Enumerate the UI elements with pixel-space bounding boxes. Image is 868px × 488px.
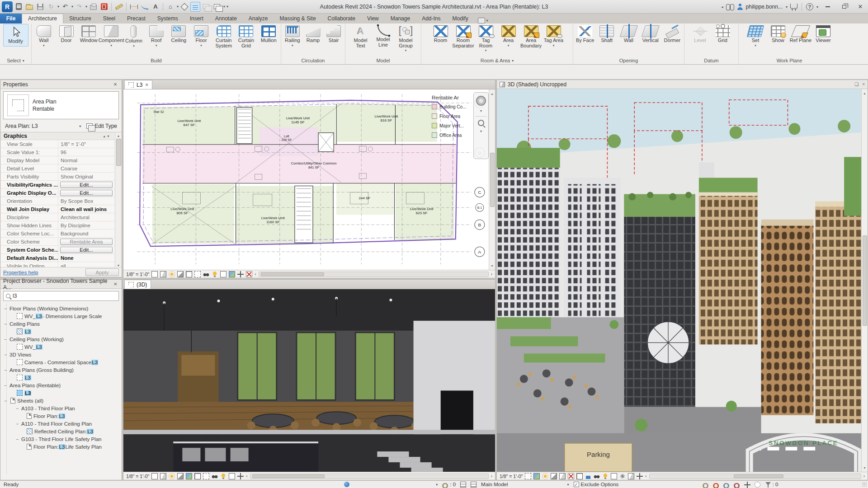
collapse-bar-icon[interactable]: ‹ [246, 474, 247, 479]
visibility-graphics-edit-button[interactable]: Edit... [60, 182, 113, 188]
curtain-grid-button[interactable]: Curtain Grid [235, 24, 258, 48]
shadows-icon[interactable] [551, 473, 557, 479]
properties-scrollbar[interactable]: ▲▼ [115, 132, 122, 268]
show-crop-region-icon[interactable] [576, 473, 583, 479]
tree-item[interactable]: Reflected Ceiling Plan: L3 [0, 427, 122, 435]
temporary-view-properties-icon[interactable] [229, 473, 235, 479]
scale-label[interactable]: 1/8" = 1'-0" [126, 272, 149, 277]
app-store-cart-icon[interactable] [790, 4, 797, 9]
displacement-icon[interactable] [237, 271, 244, 277]
section-icon[interactable] [179, 2, 189, 12]
type-selector[interactable]: Area PlanRentable [3, 91, 119, 119]
tree-item-active-view[interactable]: L3 [0, 389, 122, 397]
zoom-icon[interactable] [478, 120, 484, 126]
detail-level-icon[interactable] [525, 473, 531, 479]
column-button[interactable]: Column▾ [123, 24, 145, 47]
ref-plane-button[interactable]: Ref Plane [789, 24, 812, 43]
shaft-opening-button[interactable]: Shaft [596, 24, 618, 43]
help-caret-icon[interactable]: ▾ [816, 5, 818, 9]
wheel-caret-icon[interactable]: ▾ [480, 109, 482, 113]
reveal-constraints-icon[interactable] [246, 271, 252, 277]
tag-area-button[interactable]: Tag Area▾ [542, 24, 565, 47]
rendering-dialog-icon[interactable] [186, 473, 192, 479]
sun-path-icon[interactable] [542, 473, 548, 479]
collapse-bar-icon[interactable]: ‹ [255, 272, 256, 277]
detail-level-icon[interactable] [151, 271, 158, 277]
tab-add-ins[interactable]: Add-Ins [416, 14, 446, 23]
apply-button[interactable]: Apply [85, 268, 119, 276]
color-scheme-legend[interactable]: Rentable Ar Building Co... Floor Area Ma… [432, 95, 473, 142]
model-text-button[interactable]: Model Text [349, 24, 372, 48]
editable-worksets-status[interactable]: : 0 [442, 482, 456, 488]
temporary-view-properties-icon[interactable] [220, 271, 226, 277]
search-icon[interactable] [726, 4, 734, 9]
exclude-options-checkbox[interactable]: ✓Exclude Options [574, 482, 619, 487]
selection-box-toggle[interactable] [755, 482, 760, 488]
print-icon[interactable] [88, 2, 98, 12]
tag-by-category-icon[interactable] [140, 2, 150, 12]
tree-item[interactable]: −Ceiling Plans (Working) [0, 335, 122, 343]
graphic-display-edit-button[interactable]: Edit... [60, 190, 113, 196]
displacement-icon[interactable] [237, 473, 244, 479]
crop-view-icon[interactable] [194, 473, 201, 479]
plan-vertical-scrollbar[interactable]: ▲▼ [489, 89, 495, 270]
interior-viewport[interactable] [123, 289, 495, 472]
editable-only-toggle[interactable] [703, 482, 708, 488]
crop-view-icon[interactable] [568, 473, 574, 479]
exterior-viewport[interactable]: Parking SNOWDON PLACE ▲▼ [497, 89, 868, 472]
wall-opening-button[interactable]: Wall [618, 24, 639, 43]
tab-modify[interactable]: Modify [447, 14, 474, 23]
edit-type-button[interactable]: Edit Type [85, 122, 119, 131]
crop-view-icon[interactable] [186, 271, 192, 277]
close-view-icon[interactable]: × [862, 82, 865, 87]
properties-help-link[interactable]: Properties help [3, 270, 38, 275]
browser-search-box[interactable] [3, 291, 119, 301]
tab-architecture[interactable]: Architecture [22, 14, 63, 23]
signed-in-user[interactable]: philippe.bonn... [746, 4, 783, 10]
unlock-view-icon[interactable] [585, 473, 591, 479]
tab-annotate[interactable]: Annotate [209, 14, 243, 23]
close-button[interactable]: × [854, 1, 867, 13]
tree-item[interactable]: −Sheets (all) [0, 397, 122, 404]
stair-button[interactable]: Stair [323, 24, 344, 43]
user-menu-caret-icon[interactable]: ▾ [786, 5, 788, 9]
tab-view[interactable]: View [361, 14, 385, 23]
text-icon[interactable]: A [151, 2, 160, 12]
undo-caret-icon[interactable]: ▾ [71, 5, 73, 9]
browser-search-input[interactable] [13, 293, 116, 299]
window-button[interactable]: Window [77, 24, 100, 43]
active-workset[interactable]: Main Model [481, 482, 508, 487]
reveal-hidden-elements-icon[interactable] [212, 271, 218, 277]
reveal-constraints-icon[interactable] [637, 473, 643, 479]
scroll-right-icon[interactable]: › [491, 272, 492, 277]
revit-logo[interactable]: R [2, 1, 13, 12]
select-links-toggle[interactable] [713, 482, 719, 488]
area-button[interactable]: Area▾ [497, 24, 520, 47]
reveal-hidden-elements-icon[interactable] [220, 473, 226, 479]
tag-room-button[interactable]: Tag Room▾ [475, 24, 497, 52]
file-icon[interactable] [14, 2, 24, 12]
selection-filter[interactable]: : 0 [765, 482, 778, 488]
viewer-button[interactable]: Viewer [812, 24, 835, 43]
panel-label-room-area[interactable]: Room & Area▾ [421, 57, 573, 64]
interior-horizontal-scrollbar[interactable] [250, 474, 489, 479]
view-tab-3d[interactable]: (3D) [124, 280, 151, 289]
dormer-opening-button[interactable]: Dormer [661, 24, 683, 43]
select-pinned-toggle[interactable] [734, 482, 740, 488]
worksets-dialog-icon[interactable] [460, 482, 466, 488]
show-work-plane-button[interactable]: Show [767, 24, 789, 43]
temporary-view-properties-icon[interactable] [611, 473, 617, 479]
element-selector[interactable]: Area Plan: L3▾ [3, 122, 83, 131]
modify-button[interactable]: Modify [3, 24, 28, 47]
vertical-opening-button[interactable]: Vertical [640, 24, 661, 43]
collapse-icon[interactable]: ◂ [722, 5, 723, 9]
scroll-right-icon[interactable]: › [863, 474, 865, 479]
area-boundary-button[interactable]: Area Boundary [520, 24, 542, 48]
room-button[interactable]: Room [429, 24, 452, 43]
room-separator-button[interactable]: Room Separator [452, 24, 475, 48]
opening-by-face-button[interactable]: By Face [574, 24, 596, 43]
show-crop-region-icon[interactable] [203, 473, 209, 479]
collapse-bar-icon[interactable]: ‹ [645, 474, 646, 479]
visual-style-icon[interactable] [160, 271, 166, 277]
switch-windows-icon[interactable] [212, 2, 222, 12]
